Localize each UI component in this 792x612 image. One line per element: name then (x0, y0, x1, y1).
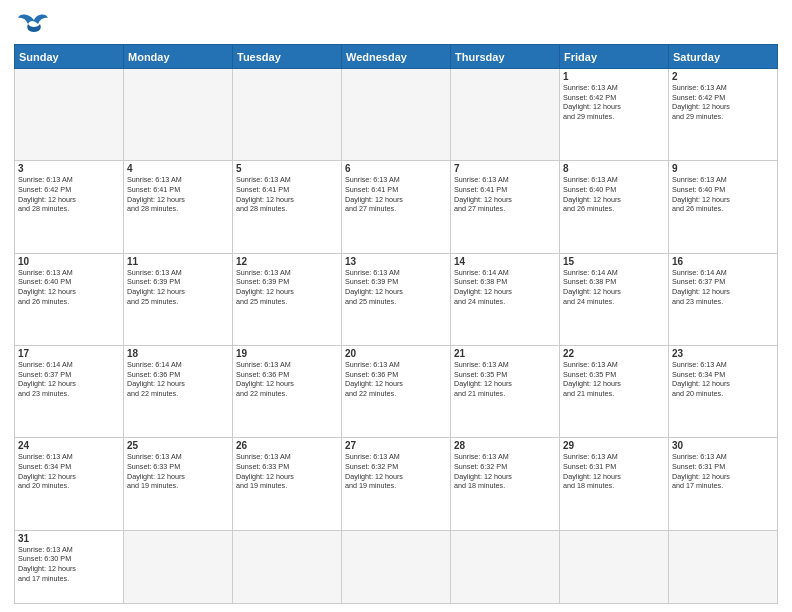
calendar-cell: 20Sunrise: 6:13 AM Sunset: 6:36 PM Dayli… (342, 345, 451, 437)
day-info: Sunrise: 6:13 AM Sunset: 6:41 PM Dayligh… (345, 175, 447, 214)
day-info: Sunrise: 6:13 AM Sunset: 6:34 PM Dayligh… (672, 360, 774, 399)
calendar-cell: 16Sunrise: 6:14 AM Sunset: 6:37 PM Dayli… (669, 253, 778, 345)
calendar-cell: 11Sunrise: 6:13 AM Sunset: 6:39 PM Dayli… (124, 253, 233, 345)
day-info: Sunrise: 6:13 AM Sunset: 6:36 PM Dayligh… (345, 360, 447, 399)
day-number: 2 (672, 71, 774, 82)
col-header-tuesday: Tuesday (233, 45, 342, 69)
day-number: 29 (563, 440, 665, 451)
col-header-thursday: Thursday (451, 45, 560, 69)
calendar-cell: 8Sunrise: 6:13 AM Sunset: 6:40 PM Daylig… (560, 161, 669, 253)
calendar-cell: 23Sunrise: 6:13 AM Sunset: 6:34 PM Dayli… (669, 345, 778, 437)
day-number: 9 (672, 163, 774, 174)
day-number: 23 (672, 348, 774, 359)
day-number: 6 (345, 163, 447, 174)
day-info: Sunrise: 6:13 AM Sunset: 6:42 PM Dayligh… (672, 83, 774, 122)
day-number: 3 (18, 163, 120, 174)
day-number: 26 (236, 440, 338, 451)
day-number: 10 (18, 256, 120, 267)
calendar-cell: 27Sunrise: 6:13 AM Sunset: 6:32 PM Dayli… (342, 438, 451, 530)
day-info: Sunrise: 6:13 AM Sunset: 6:35 PM Dayligh… (563, 360, 665, 399)
calendar-cell: 15Sunrise: 6:14 AM Sunset: 6:38 PM Dayli… (560, 253, 669, 345)
calendar-cell: 14Sunrise: 6:14 AM Sunset: 6:38 PM Dayli… (451, 253, 560, 345)
logo-bird-icon (16, 10, 52, 38)
day-number: 14 (454, 256, 556, 267)
day-info: Sunrise: 6:13 AM Sunset: 6:40 PM Dayligh… (18, 268, 120, 307)
col-header-friday: Friday (560, 45, 669, 69)
day-info: Sunrise: 6:14 AM Sunset: 6:37 PM Dayligh… (672, 268, 774, 307)
day-number: 24 (18, 440, 120, 451)
calendar-cell: 9Sunrise: 6:13 AM Sunset: 6:40 PM Daylig… (669, 161, 778, 253)
day-info: Sunrise: 6:13 AM Sunset: 6:41 PM Dayligh… (127, 175, 229, 214)
day-info: Sunrise: 6:13 AM Sunset: 6:42 PM Dayligh… (563, 83, 665, 122)
day-info: Sunrise: 6:13 AM Sunset: 6:39 PM Dayligh… (236, 268, 338, 307)
calendar-cell (342, 69, 451, 161)
day-number: 28 (454, 440, 556, 451)
day-info: Sunrise: 6:14 AM Sunset: 6:37 PM Dayligh… (18, 360, 120, 399)
calendar-table: SundayMondayTuesdayWednesdayThursdayFrid… (14, 44, 778, 604)
day-info: Sunrise: 6:14 AM Sunset: 6:36 PM Dayligh… (127, 360, 229, 399)
day-info: Sunrise: 6:13 AM Sunset: 6:32 PM Dayligh… (454, 452, 556, 491)
day-number: 5 (236, 163, 338, 174)
calendar-cell: 22Sunrise: 6:13 AM Sunset: 6:35 PM Dayli… (560, 345, 669, 437)
calendar-cell: 18Sunrise: 6:14 AM Sunset: 6:36 PM Dayli… (124, 345, 233, 437)
day-info: Sunrise: 6:13 AM Sunset: 6:30 PM Dayligh… (18, 545, 120, 584)
calendar-cell: 24Sunrise: 6:13 AM Sunset: 6:34 PM Dayli… (15, 438, 124, 530)
calendar-cell: 26Sunrise: 6:13 AM Sunset: 6:33 PM Dayli… (233, 438, 342, 530)
calendar-cell: 2Sunrise: 6:13 AM Sunset: 6:42 PM Daylig… (669, 69, 778, 161)
day-info: Sunrise: 6:13 AM Sunset: 6:40 PM Dayligh… (563, 175, 665, 214)
day-info: Sunrise: 6:14 AM Sunset: 6:38 PM Dayligh… (563, 268, 665, 307)
calendar-cell: 10Sunrise: 6:13 AM Sunset: 6:40 PM Dayli… (15, 253, 124, 345)
day-info: Sunrise: 6:13 AM Sunset: 6:41 PM Dayligh… (236, 175, 338, 214)
logo (14, 10, 52, 38)
col-header-wednesday: Wednesday (342, 45, 451, 69)
day-number: 4 (127, 163, 229, 174)
col-header-monday: Monday (124, 45, 233, 69)
day-number: 8 (563, 163, 665, 174)
calendar-cell (560, 530, 669, 603)
calendar-cell: 5Sunrise: 6:13 AM Sunset: 6:41 PM Daylig… (233, 161, 342, 253)
calendar-cell: 31Sunrise: 6:13 AM Sunset: 6:30 PM Dayli… (15, 530, 124, 603)
day-info: Sunrise: 6:13 AM Sunset: 6:33 PM Dayligh… (127, 452, 229, 491)
day-info: Sunrise: 6:13 AM Sunset: 6:41 PM Dayligh… (454, 175, 556, 214)
day-info: Sunrise: 6:14 AM Sunset: 6:38 PM Dayligh… (454, 268, 556, 307)
day-number: 1 (563, 71, 665, 82)
day-number: 30 (672, 440, 774, 451)
calendar-header-row: SundayMondayTuesdayWednesdayThursdayFrid… (15, 45, 778, 69)
calendar-cell (451, 530, 560, 603)
day-info: Sunrise: 6:13 AM Sunset: 6:35 PM Dayligh… (454, 360, 556, 399)
calendar-cell: 19Sunrise: 6:13 AM Sunset: 6:36 PM Dayli… (233, 345, 342, 437)
calendar-cell: 29Sunrise: 6:13 AM Sunset: 6:31 PM Dayli… (560, 438, 669, 530)
calendar-cell (15, 69, 124, 161)
day-info: Sunrise: 6:13 AM Sunset: 6:42 PM Dayligh… (18, 175, 120, 214)
calendar-cell (342, 530, 451, 603)
day-info: Sunrise: 6:13 AM Sunset: 6:31 PM Dayligh… (672, 452, 774, 491)
calendar-cell: 28Sunrise: 6:13 AM Sunset: 6:32 PM Dayli… (451, 438, 560, 530)
day-number: 12 (236, 256, 338, 267)
calendar-cell (669, 530, 778, 603)
day-number: 13 (345, 256, 447, 267)
calendar-cell: 1Sunrise: 6:13 AM Sunset: 6:42 PM Daylig… (560, 69, 669, 161)
day-info: Sunrise: 6:13 AM Sunset: 6:33 PM Dayligh… (236, 452, 338, 491)
col-header-saturday: Saturday (669, 45, 778, 69)
day-number: 15 (563, 256, 665, 267)
calendar-cell: 25Sunrise: 6:13 AM Sunset: 6:33 PM Dayli… (124, 438, 233, 530)
day-number: 18 (127, 348, 229, 359)
calendar-week-row: 24Sunrise: 6:13 AM Sunset: 6:34 PM Dayli… (15, 438, 778, 530)
header (14, 10, 778, 38)
calendar-cell: 3Sunrise: 6:13 AM Sunset: 6:42 PM Daylig… (15, 161, 124, 253)
calendar-cell (233, 530, 342, 603)
calendar-week-row: 3Sunrise: 6:13 AM Sunset: 6:42 PM Daylig… (15, 161, 778, 253)
calendar-cell: 17Sunrise: 6:14 AM Sunset: 6:37 PM Dayli… (15, 345, 124, 437)
day-number: 31 (18, 533, 120, 544)
day-number: 20 (345, 348, 447, 359)
page: SundayMondayTuesdayWednesdayThursdayFrid… (0, 0, 792, 612)
day-info: Sunrise: 6:13 AM Sunset: 6:36 PM Dayligh… (236, 360, 338, 399)
day-info: Sunrise: 6:13 AM Sunset: 6:32 PM Dayligh… (345, 452, 447, 491)
calendar-cell (124, 530, 233, 603)
calendar-cell: 21Sunrise: 6:13 AM Sunset: 6:35 PM Dayli… (451, 345, 560, 437)
calendar-week-row: 10Sunrise: 6:13 AM Sunset: 6:40 PM Dayli… (15, 253, 778, 345)
day-number: 11 (127, 256, 229, 267)
day-info: Sunrise: 6:13 AM Sunset: 6:39 PM Dayligh… (127, 268, 229, 307)
calendar-cell (233, 69, 342, 161)
day-info: Sunrise: 6:13 AM Sunset: 6:39 PM Dayligh… (345, 268, 447, 307)
